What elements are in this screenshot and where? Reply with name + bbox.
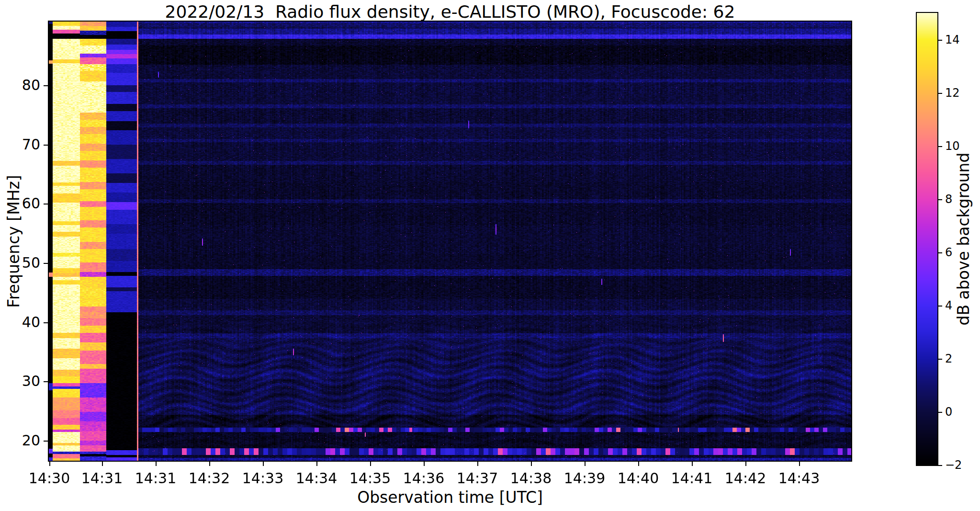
plot-title: 2022/02/13 Radio flux density, e-CALLIST… <box>49 2 851 22</box>
x-tick-mark <box>745 461 746 466</box>
x-tick-label: 14:31 <box>81 471 123 486</box>
colorbar-tick-label: 6 <box>945 247 952 258</box>
colorbar-tick-mark <box>938 412 942 413</box>
x-tick-label: 14:43 <box>778 471 820 486</box>
colorbar-tick-label: 14 <box>945 34 960 45</box>
x-tick-mark <box>799 461 800 466</box>
x-tick-mark <box>102 461 103 466</box>
y-tick-label: 50 <box>22 256 40 270</box>
y-tick-mark <box>44 145 49 146</box>
x-tick-label: 14:34 <box>296 471 337 486</box>
x-tick-mark <box>585 461 586 466</box>
y-tick-label: 80 <box>22 78 40 92</box>
figure: 2022/02/13 Radio flux density, e-CALLIST… <box>0 0 980 511</box>
y-tick-mark <box>44 322 49 323</box>
colorbar-tick-label: 0 <box>945 406 952 418</box>
y-tick-mark <box>44 85 49 86</box>
y-tick-mark <box>44 381 49 382</box>
x-tick-label: 14:30 <box>29 471 70 486</box>
y-tick-label: 40 <box>22 315 40 329</box>
colorbar-tick-label: −2 <box>945 459 962 471</box>
plot-border <box>48 21 852 462</box>
x-tick-label: 14:42 <box>725 471 766 486</box>
colorbar-tick-mark <box>938 146 942 147</box>
colorbar-tick-mark <box>938 40 942 41</box>
x-tick-mark <box>370 461 371 466</box>
y-axis-label: Frequency [MHz] <box>6 175 22 307</box>
x-tick-label: 14:37 <box>457 471 498 486</box>
x-tick-label: 14:40 <box>618 471 659 486</box>
y-tick-mark <box>44 204 49 204</box>
x-tick-mark <box>209 461 210 466</box>
y-tick-mark <box>44 263 49 264</box>
x-tick-label: 14:41 <box>671 471 712 486</box>
colorbar-tick-mark <box>938 199 942 200</box>
x-tick-label: 14:33 <box>242 471 283 486</box>
colorbar-tick-label: 8 <box>945 193 952 205</box>
colorbar-tick-label: 10 <box>945 140 960 152</box>
y-tick-label: 20 <box>22 433 40 448</box>
x-tick-mark <box>531 461 532 466</box>
x-tick-mark <box>263 461 264 466</box>
x-tick-label: 14:35 <box>349 471 391 486</box>
colorbar-tick-label: 2 <box>945 353 952 364</box>
colorbar-tick-label: 4 <box>945 300 952 311</box>
colorbar-tick-mark <box>938 465 942 466</box>
colorbar-tick-label: 12 <box>945 87 960 99</box>
x-axis-label: Observation time [UTC] <box>357 489 543 505</box>
colorbar-tick-mark <box>938 252 942 253</box>
colorbar-tick-mark <box>938 93 942 94</box>
y-tick-label: 30 <box>22 374 40 388</box>
x-tick-label: 14:36 <box>403 471 444 486</box>
x-tick-label: 14:38 <box>510 471 552 486</box>
x-tick-mark <box>316 461 317 466</box>
x-tick-mark <box>477 461 478 466</box>
colorbar-label: dB above background <box>956 153 971 326</box>
x-tick-mark <box>424 461 425 466</box>
colorbar-tick-mark <box>938 359 942 360</box>
x-tick-label: 14:31 <box>135 471 176 486</box>
x-tick-mark <box>156 461 157 466</box>
colorbar-tick-mark <box>938 306 942 307</box>
x-tick-mark <box>638 461 639 466</box>
colorbar-border <box>916 12 938 466</box>
y-tick-label: 60 <box>22 196 40 211</box>
y-tick-label: 70 <box>22 137 40 152</box>
x-tick-label: 14:32 <box>189 471 230 486</box>
x-tick-mark <box>692 461 693 466</box>
y-tick-mark <box>44 441 49 442</box>
x-tick-mark <box>49 461 50 466</box>
x-tick-label: 14:39 <box>564 471 605 486</box>
